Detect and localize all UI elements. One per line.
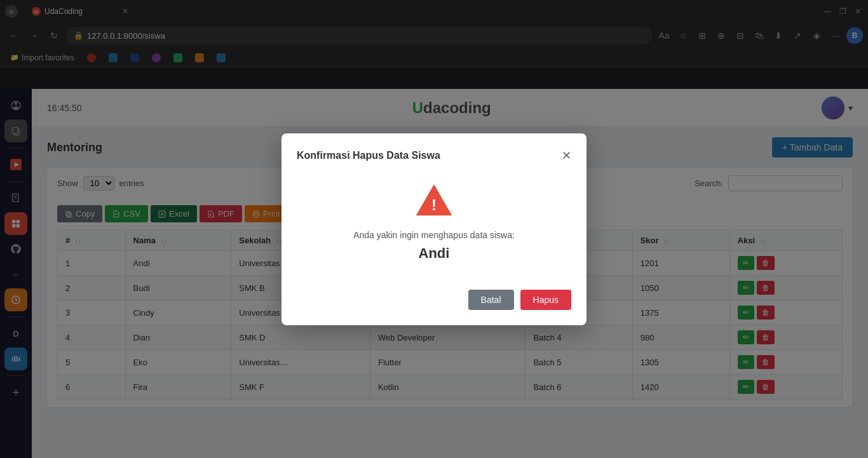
modal-header: Konfirmasi Hapus Data Siswa ✕: [297, 149, 571, 163]
modal-close-button[interactable]: ✕: [562, 149, 571, 163]
modal-footer: Batal Hapus: [297, 290, 571, 310]
confirmation-modal: Konfirmasi Hapus Data Siswa ✕ ! Anda yak…: [281, 133, 587, 325]
modal-overlay[interactable]: Konfirmasi Hapus Data Siswa ✕ ! Anda yak…: [0, 0, 868, 458]
batal-button[interactable]: Batal: [468, 290, 514, 310]
modal-student-name: Andi: [297, 245, 571, 262]
hapus-button[interactable]: Hapus: [520, 290, 571, 310]
modal-message: Anda yakin ingin menghapus data siswa:: [297, 230, 571, 240]
warning-exclamation: !: [431, 196, 437, 213]
modal-body: ! Anda yakin ingin menghapus data siswa:…: [297, 175, 571, 277]
warning-icon: !: [415, 182, 453, 220]
modal-title: Konfirmasi Hapus Data Siswa: [297, 150, 440, 161]
